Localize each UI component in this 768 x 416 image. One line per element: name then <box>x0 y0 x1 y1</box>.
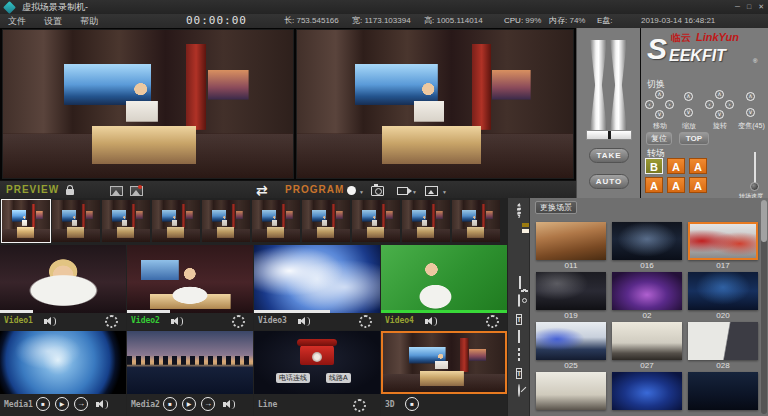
line-thumbnail[interactable]: 电话连线 线路A <box>254 331 380 394</box>
transition-speed-slider[interactable] <box>754 152 756 186</box>
gear-icon[interactable] <box>486 315 499 328</box>
video1-thumbnail[interactable] <box>0 245 126 313</box>
chevron-up-icon[interactable] <box>655 90 664 99</box>
subtitle-icon[interactable]: T <box>513 367 525 379</box>
chevron-down-icon[interactable] <box>655 110 664 119</box>
scene-thumb-027[interactable] <box>612 322 682 360</box>
tbar-base[interactable] <box>586 130 632 140</box>
preview-monitor[interactable] <box>2 29 294 179</box>
speaker-icon[interactable] <box>223 400 235 409</box>
gear-icon[interactable] <box>232 315 245 328</box>
scene-thumb-028[interactable] <box>688 322 758 360</box>
loop-icon[interactable] <box>201 397 215 411</box>
camera-angle-thumb-8[interactable] <box>352 200 400 242</box>
chevron-up-icon[interactable] <box>746 92 755 101</box>
monitor-icon[interactable] <box>513 277 525 289</box>
loop-icon[interactable] <box>74 397 88 411</box>
chevron-up-icon[interactable] <box>715 90 724 99</box>
speaker-icon[interactable] <box>298 317 310 326</box>
scene-thumb-011[interactable] <box>536 222 606 260</box>
scene-thumb-row4-1[interactable] <box>536 372 606 410</box>
lock-icon[interactable] <box>66 189 74 195</box>
swap-preview-program-icon[interactable]: ⇄ <box>256 182 268 198</box>
chevron-down-icon[interactable] <box>715 110 724 119</box>
overlay-image-remove-icon[interactable] <box>130 186 143 196</box>
chevron-down-icon[interactable] <box>684 108 693 117</box>
capture-caret-icon[interactable]: ▼ <box>412 189 417 195</box>
playlist-icon[interactable] <box>513 259 525 271</box>
scene-thumb-017-selected[interactable] <box>688 222 758 260</box>
play-icon[interactable] <box>182 397 196 411</box>
reset-button[interactable]: 复位 <box>646 132 672 145</box>
transition-key-a5[interactable]: A <box>689 177 707 193</box>
speaker-icon[interactable] <box>425 317 437 326</box>
phone-connect-button[interactable]: 电话连线 <box>276 373 310 383</box>
video-capture-icon[interactable] <box>397 187 408 195</box>
transition-key-a2[interactable]: A <box>689 158 707 174</box>
camera-angle-thumb-5[interactable] <box>202 200 250 242</box>
camera-angle-thumb-2[interactable] <box>52 200 100 242</box>
menu-settings[interactable]: 设置 <box>44 14 62 28</box>
gear-icon[interactable] <box>353 399 366 412</box>
layers-icon[interactable] <box>513 331 525 343</box>
text-tool-icon[interactable]: T <box>513 313 525 325</box>
video2-thumbnail[interactable] <box>127 245 253 313</box>
camera-angle-thumb-10[interactable] <box>452 200 500 242</box>
chevron-right-icon[interactable] <box>665 100 674 109</box>
tbar-handle-right[interactable] <box>610 40 627 130</box>
line-a-button[interactable]: 线路A <box>326 373 351 383</box>
video3-thumbnail[interactable] <box>254 245 380 313</box>
frame-icon[interactable] <box>513 349 525 361</box>
record-caret-icon[interactable]: ▼ <box>359 189 364 195</box>
transition-key-b[interactable]: B <box>645 158 663 174</box>
auto-button[interactable]: AUTO <box>589 174 629 189</box>
speaker-icon[interactable] <box>96 400 108 409</box>
program-monitor[interactable] <box>296 29 574 179</box>
lighting-icon[interactable] <box>513 295 525 307</box>
record-icon[interactable] <box>347 186 356 195</box>
camera-angle-thumb-4[interactable] <box>152 200 200 242</box>
chevron-left-icon[interactable] <box>705 100 714 109</box>
transition-speed-knob[interactable] <box>750 182 759 191</box>
speaker-icon[interactable] <box>171 317 183 326</box>
layout-grid-icon[interactable] <box>513 241 525 253</box>
scene-thumb-025[interactable] <box>536 322 606 360</box>
speaker-icon[interactable] <box>44 317 56 326</box>
menu-help[interactable]: 帮助 <box>80 14 98 28</box>
chevron-right-icon[interactable] <box>725 100 734 109</box>
stop-icon[interactable] <box>405 397 419 411</box>
chevron-up-icon[interactable] <box>684 92 693 101</box>
gear-icon[interactable] <box>105 315 118 328</box>
top-button[interactable]: TOP <box>679 132 709 145</box>
media2-thumbnail[interactable] <box>127 331 253 394</box>
minimize-button[interactable]: ─ <box>735 0 740 14</box>
camera-angle-thumb-3[interactable] <box>102 200 150 242</box>
chevron-down-icon[interactable] <box>746 108 755 117</box>
picture-output-icon[interactable] <box>425 186 438 196</box>
transition-key-a3[interactable]: A <box>645 177 663 193</box>
camera-angle-thumb-1[interactable] <box>2 200 50 242</box>
scene-scrollbar-thumb[interactable] <box>761 200 767 242</box>
media1-thumbnail[interactable] <box>0 331 126 394</box>
close-button[interactable]: ✕ <box>758 0 764 14</box>
3d-scene-thumbnail[interactable] <box>381 331 507 394</box>
scene-scrollbar[interactable] <box>761 200 767 414</box>
stop-icon[interactable] <box>163 397 177 411</box>
gear-icon[interactable] <box>359 315 372 328</box>
change-scene-tab[interactable]: 更换场景 <box>535 201 577 214</box>
take-button[interactable]: TAKE <box>589 148 629 163</box>
snapshot-camera-icon[interactable] <box>371 186 384 196</box>
scene-thumb-row4-3[interactable] <box>688 372 758 410</box>
scene-thumb-019[interactable] <box>536 272 606 310</box>
camera-angle-thumb-6[interactable] <box>252 200 300 242</box>
save-scene-icon[interactable] <box>513 223 525 235</box>
chevron-left-icon[interactable] <box>645 100 654 109</box>
menu-file[interactable]: 文件 <box>8 14 26 28</box>
video4-thumbnail[interactable] <box>381 245 507 313</box>
scene-thumb-02[interactable] <box>612 272 682 310</box>
disable-icon[interactable] <box>513 385 525 397</box>
play-icon[interactable] <box>55 397 69 411</box>
transition-key-a4[interactable]: A <box>667 177 685 193</box>
stop-icon[interactable] <box>36 397 50 411</box>
transition-key-a1[interactable]: A <box>667 158 685 174</box>
